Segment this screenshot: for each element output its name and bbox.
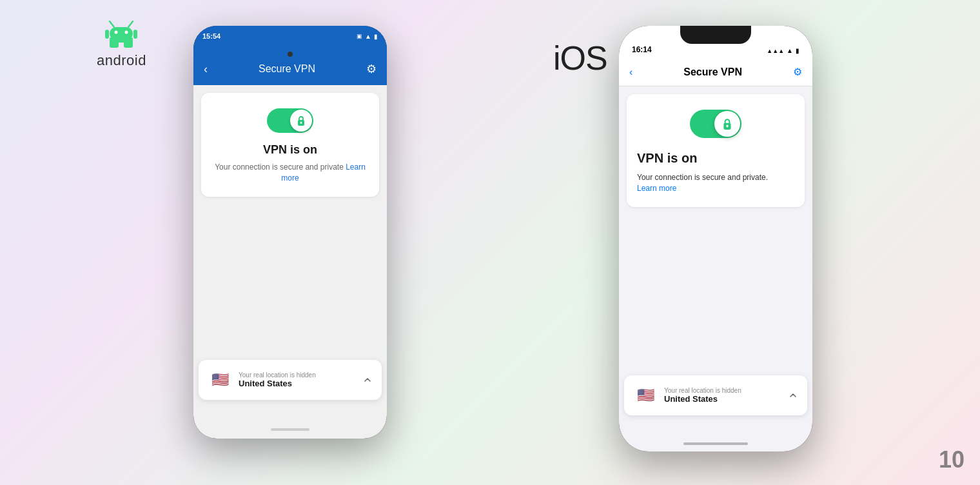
android-settings-icon[interactable]: ⚙ xyxy=(366,62,377,76)
android-vpn-subtitle: Your connection is secure and private Le… xyxy=(211,162,369,184)
android-status-time: 15:54 xyxy=(202,32,220,40)
ios-location-left: 🇺🇸 Your real location is hidden United S… xyxy=(633,383,741,408)
android-vpn-title: VPN is on xyxy=(263,143,317,157)
android-toggle-container[interactable] xyxy=(267,108,313,133)
android-platform-text: android xyxy=(97,52,146,69)
ios-home-indicator xyxy=(683,442,748,445)
android-location-country: United States xyxy=(239,379,316,388)
svg-rect-9 xyxy=(110,37,133,43)
ios-bottom-bar xyxy=(619,436,812,451)
svg-point-4 xyxy=(125,31,128,34)
ios-platform-text: iOS xyxy=(553,39,607,77)
android-home-indicator xyxy=(271,428,309,431)
android-chevron-up-icon xyxy=(362,375,373,385)
watermark-text: 10 xyxy=(939,446,965,473)
android-battery-icon: ▮ xyxy=(374,33,378,40)
android-location-panel[interactable]: 🇺🇸 Your real location is hidden United S… xyxy=(199,360,382,400)
ios-status-time: 16:14 xyxy=(632,45,652,54)
ios-learn-more-link[interactable]: Learn more xyxy=(637,184,676,193)
svg-line-1 xyxy=(128,21,133,27)
android-screen: VPN is on Your connection is secure and … xyxy=(193,85,387,421)
ios-vpn-toggle[interactable] xyxy=(690,110,741,138)
ios-location-country: United States xyxy=(664,394,741,404)
android-location-text: Your real location is hidden United Stat… xyxy=(239,371,316,388)
ios-wifi-icon: ▲ xyxy=(787,47,793,54)
lock-icon xyxy=(297,115,306,126)
android-camera-dot xyxy=(288,52,293,57)
ios-signal-icon: ▲▲▲ xyxy=(767,48,784,54)
android-vpn-card: VPN is on Your connection is secure and … xyxy=(201,93,379,197)
ios-settings-icon[interactable]: ⚙ xyxy=(793,66,802,78)
android-top-bar: ‹ Secure VPN ⚙ xyxy=(193,53,387,85)
svg-rect-6 xyxy=(133,30,137,39)
ios-location-hidden: Your real location is hidden xyxy=(664,387,741,394)
ios-back-button[interactable]: ‹ xyxy=(629,66,632,78)
svg-line-0 xyxy=(110,21,114,27)
android-bottom-bar xyxy=(193,421,387,439)
ios-vpn-card: VPN is on Your connection is secure and … xyxy=(627,94,805,207)
ios-battery-icon: ▮ xyxy=(796,47,799,54)
svg-rect-15 xyxy=(727,126,728,127)
svg-rect-12 xyxy=(300,123,302,124)
svg-rect-5 xyxy=(105,30,109,39)
ios-vpn-subtitle: Your connection is secure and private. L… xyxy=(637,172,794,194)
android-back-button[interactable]: ‹ xyxy=(204,63,208,76)
ios-toggle-thumb xyxy=(714,111,740,137)
ios-flag: 🇺🇸 xyxy=(633,383,658,408)
android-wifi-icon: ▲ xyxy=(365,33,371,40)
android-toggle-thumb xyxy=(290,110,312,132)
android-location-left: 🇺🇸 Your real location is hidden United S… xyxy=(208,368,316,392)
ios-lock-icon xyxy=(722,118,732,130)
ios-notch xyxy=(680,26,751,44)
ios-location-panel[interactable]: 🇺🇸 Your real location is hidden United S… xyxy=(624,375,807,415)
ios-status-bar: 16:14 ▲▲▲ ▲ ▮ xyxy=(619,26,812,58)
android-status-bar: 15:54 ▣ ▲ ▮ xyxy=(193,26,387,46)
ios-top-bar-title: Secure VPN xyxy=(683,66,742,78)
ios-phone: 16:14 ▲▲▲ ▲ ▮ ‹ Secure VPN ⚙ xyxy=(619,26,812,451)
svg-point-3 xyxy=(115,31,118,34)
ios-vpn-title: VPN is on xyxy=(637,151,794,166)
android-camera-area xyxy=(193,46,387,53)
android-flag: 🇺🇸 xyxy=(208,368,232,392)
android-location-hidden: Your real location is hidden xyxy=(239,371,316,379)
ios-screen: VPN is on Your connection is secure and … xyxy=(619,86,812,436)
ios-label: iOS xyxy=(553,39,607,77)
android-top-bar-title: Secure VPN xyxy=(259,63,315,75)
android-vpn-toggle[interactable] xyxy=(267,108,313,133)
android-status-icons: ▣ ▲ ▮ xyxy=(357,33,378,40)
ios-location-text: Your real location is hidden United Stat… xyxy=(664,387,741,404)
android-data-icon: ▣ xyxy=(357,33,362,39)
ios-status-icons: ▲▲▲ ▲ ▮ xyxy=(767,47,799,54)
ios-toggle-wrapper[interactable] xyxy=(637,110,794,138)
android-phone: 15:54 ▣ ▲ ▮ ‹ Secure VPN ⚙ xyxy=(193,26,387,439)
ios-top-bar: ‹ Secure VPN ⚙ xyxy=(619,58,812,86)
ios-chevron-up-icon xyxy=(788,390,798,401)
android-icon xyxy=(102,19,141,48)
android-label: android xyxy=(97,19,146,69)
